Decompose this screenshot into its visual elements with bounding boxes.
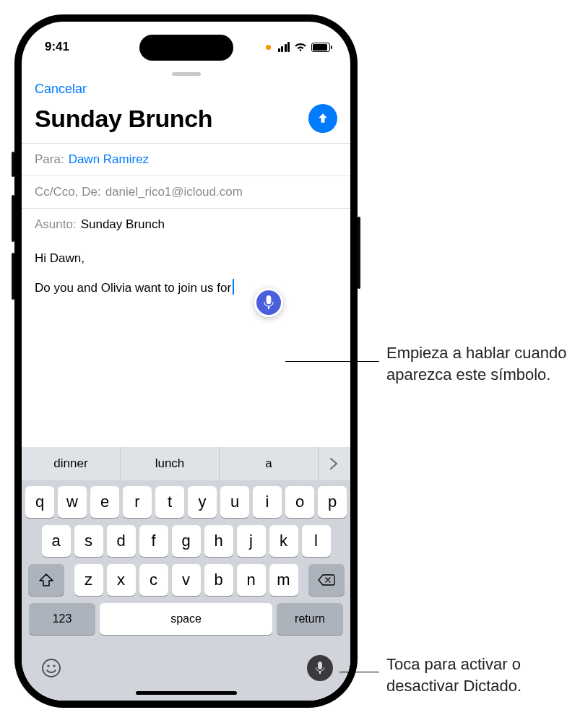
mic-indicator-dot <box>266 45 271 50</box>
cc-from-field[interactable]: Cc/Cco, De: daniel_rico1@icloud.com <box>22 176 350 208</box>
suggestion-1[interactable]: dinner <box>22 447 121 480</box>
backspace-key[interactable] <box>308 564 345 596</box>
compose-title: Sunday Brunch <box>35 105 212 133</box>
status-time: 9:41 <box>45 40 69 54</box>
from-value: daniel_rico1@icloud.com <box>105 185 243 199</box>
suggestion-2[interactable]: lunch <box>121 447 220 480</box>
send-button[interactable] <box>308 104 337 133</box>
body-line-1: Hi Dawn, <box>35 251 337 267</box>
emoji-button[interactable] <box>39 656 64 680</box>
text-cursor <box>233 279 234 295</box>
numbers-key[interactable]: 123 <box>29 603 95 635</box>
key-x[interactable]: x <box>107 564 136 596</box>
subject-field[interactable]: Asunto: Sunday Brunch <box>22 208 350 240</box>
key-c[interactable]: c <box>139 564 168 596</box>
collapse-suggestions-icon[interactable] <box>319 447 350 480</box>
battery-icon <box>311 43 330 52</box>
to-recipient[interactable]: Dawn Ramirez <box>69 152 149 167</box>
key-g[interactable]: g <box>172 525 201 557</box>
key-p[interactable]: p <box>318 486 347 518</box>
home-indicator[interactable] <box>136 691 237 695</box>
key-d[interactable]: d <box>107 525 136 557</box>
key-row-3: z x c v b n m <box>25 564 347 596</box>
cc-label: Cc/Cco, De: <box>35 185 101 199</box>
shift-icon <box>39 573 53 586</box>
key-a[interactable]: a <box>42 525 71 557</box>
backspace-icon <box>318 573 335 586</box>
subject-label: Asunto: <box>35 217 77 232</box>
volume-up <box>12 195 14 242</box>
subject-value: Sunday Brunch <box>81 217 165 232</box>
side-button <box>358 217 360 289</box>
key-o[interactable]: o <box>285 486 314 518</box>
suggestion-bar: dinner lunch a <box>22 447 350 480</box>
key-n[interactable]: n <box>237 564 266 596</box>
key-e[interactable]: e <box>90 486 119 518</box>
to-label: Para: <box>35 152 64 167</box>
key-row-2: a s d f g h j k l <box>25 525 347 557</box>
return-key[interactable]: return <box>277 603 343 635</box>
dynamic-island <box>139 35 233 61</box>
space-key[interactable]: space <box>100 603 272 635</box>
key-z[interactable]: z <box>74 564 103 596</box>
callout-dictation-button: Toca para activar o desactivar Dictado. <box>386 654 574 696</box>
microphone-icon <box>315 662 325 675</box>
key-w[interactable]: w <box>58 486 87 518</box>
message-body[interactable]: Hi Dawn, Do you and Olivia want to join … <box>22 240 350 447</box>
cellular-icon <box>278 42 290 52</box>
volume-down <box>12 253 14 300</box>
compose-sheet: Cancelar Sunday Brunch Para: Dawn Ramire… <box>22 66 350 701</box>
svg-point-0 <box>43 659 60 677</box>
key-m[interactable]: m <box>269 564 298 596</box>
shift-key[interactable] <box>28 564 64 596</box>
mute-switch <box>12 152 14 177</box>
key-v[interactable]: v <box>172 564 201 596</box>
suggestion-3[interactable]: a <box>220 447 319 480</box>
key-row-4: 123 space return <box>25 603 347 635</box>
key-h[interactable]: h <box>204 525 233 557</box>
key-l[interactable]: l <box>302 525 331 557</box>
key-b[interactable]: b <box>204 564 233 596</box>
key-row-1: q w e r t y u i o p <box>25 486 347 518</box>
key-q[interactable]: q <box>25 486 54 518</box>
emoji-icon <box>41 658 61 678</box>
keyboard: dinner lunch a q w e r t y u <box>22 447 350 701</box>
key-t[interactable]: t <box>155 486 184 518</box>
key-j[interactable]: j <box>237 525 266 557</box>
cancel-button[interactable]: Cancelar <box>35 82 87 96</box>
body-line-2: Do you and Olivia want to join us for <box>35 281 231 295</box>
to-field[interactable]: Para: Dawn Ramirez <box>22 143 350 176</box>
wifi-icon <box>294 42 307 52</box>
svg-point-2 <box>53 664 55 667</box>
key-k[interactable]: k <box>269 525 298 557</box>
callout-line-1 <box>285 361 379 362</box>
key-u[interactable]: u <box>220 486 249 518</box>
callout-dictation-indicator: Empieza a hablar cuando aparezca este sí… <box>386 342 567 385</box>
callout-line-2 <box>339 672 379 672</box>
key-r[interactable]: r <box>123 486 152 518</box>
microphone-icon <box>263 295 274 310</box>
svg-point-1 <box>47 664 49 667</box>
key-i[interactable]: i <box>253 486 282 518</box>
arrow-up-icon <box>316 111 330 126</box>
dictation-indicator[interactable] <box>254 288 283 317</box>
dictation-button[interactable] <box>307 655 333 681</box>
key-f[interactable]: f <box>139 525 168 557</box>
key-y[interactable]: y <box>188 486 217 518</box>
key-s[interactable]: s <box>74 525 103 557</box>
